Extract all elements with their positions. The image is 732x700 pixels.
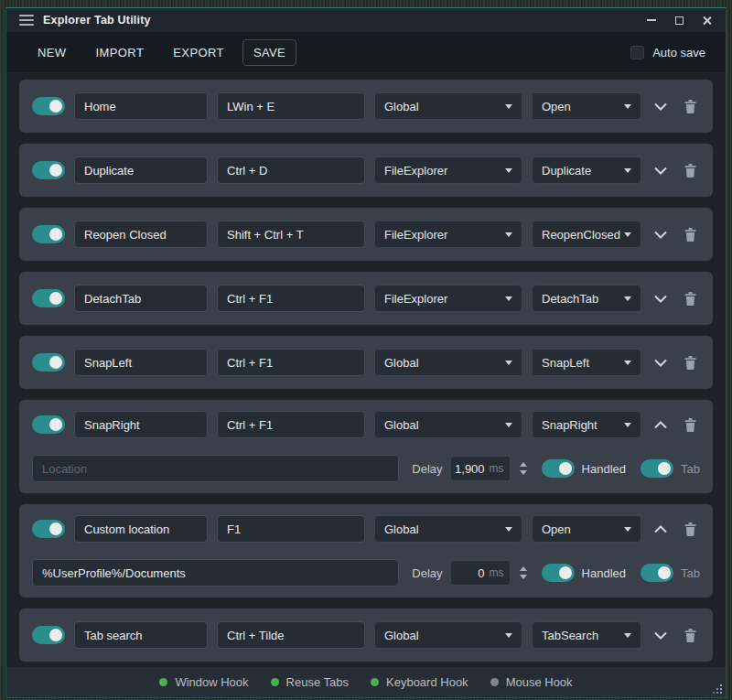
row-hotkey-input[interactable] xyxy=(217,221,365,248)
dropdown-caret-icon xyxy=(505,423,512,427)
resize-grip-icon[interactable] xyxy=(711,683,723,695)
toggle-knob-icon xyxy=(49,356,62,369)
row-name-input[interactable] xyxy=(74,285,208,312)
expand-row-button[interactable] xyxy=(651,223,671,245)
row-scope-dropdown[interactable]: Global xyxy=(374,411,522,438)
delete-row-button[interactable] xyxy=(680,223,700,245)
row-hotkey-input[interactable] xyxy=(217,349,365,376)
row-location-input[interactable] xyxy=(32,559,399,587)
chevron-down-icon xyxy=(654,231,667,239)
row-scope-dropdown[interactable]: Global xyxy=(374,621,522,649)
new-button[interactable]: NEW xyxy=(27,39,78,66)
expand-row-button[interactable] xyxy=(651,624,671,646)
row-action-dropdown[interactable]: DetachTab xyxy=(532,285,641,312)
row-enabled-toggle[interactable] xyxy=(32,289,65,307)
row-enabled-toggle[interactable] xyxy=(32,161,65,179)
trash-icon xyxy=(684,356,696,370)
delete-row-button[interactable] xyxy=(680,95,700,117)
window-controls xyxy=(641,12,716,28)
delete-row-button[interactable] xyxy=(680,518,700,540)
save-button[interactable]: SAVE xyxy=(242,39,296,66)
row-scope-dropdown[interactable]: Global xyxy=(374,92,522,120)
row-action-dropdown[interactable]: SnapRight xyxy=(532,411,641,438)
expand-row-button[interactable] xyxy=(651,351,671,373)
row-action-dropdown[interactable]: Duplicate xyxy=(532,156,641,184)
row-enabled-toggle[interactable] xyxy=(32,626,65,644)
scope-value: FileExplorer xyxy=(384,228,505,242)
expand-row-button[interactable] xyxy=(651,95,671,117)
row-enabled-toggle[interactable] xyxy=(32,97,65,115)
row-scope-dropdown[interactable]: Global xyxy=(374,349,522,376)
delete-row-button[interactable] xyxy=(680,414,700,436)
row-hotkey-input[interactable] xyxy=(217,92,365,120)
row-name-input[interactable] xyxy=(74,515,208,543)
spinner-up-icon[interactable] xyxy=(520,566,527,571)
autosave-checkbox[interactable] xyxy=(630,46,644,59)
row-name-input[interactable] xyxy=(74,221,208,248)
spinner-down-icon[interactable] xyxy=(520,575,527,579)
row-enabled-toggle[interactable] xyxy=(32,415,65,434)
dropdown-caret-icon xyxy=(505,361,512,365)
row-name-input[interactable] xyxy=(74,156,208,184)
delete-row-button[interactable] xyxy=(680,287,700,309)
tab-label: Tab xyxy=(681,462,700,476)
spinner-up-icon[interactable] xyxy=(520,462,527,467)
row-scope-dropdown[interactable]: FileExplorer xyxy=(374,156,522,184)
row-action-dropdown[interactable]: Open xyxy=(532,515,641,543)
tab-label: Tab xyxy=(681,566,700,580)
export-button[interactable]: EXPORT xyxy=(162,39,235,66)
tab-toggle[interactable] xyxy=(640,459,673,478)
row-action-dropdown[interactable]: TabSearch xyxy=(532,621,641,649)
row-hotkey-input[interactable] xyxy=(217,411,365,438)
close-button[interactable] xyxy=(696,12,716,28)
delay-input[interactable]: 1,900 ms xyxy=(450,456,511,481)
action-value: DetachTab xyxy=(542,292,624,306)
row-enabled-toggle[interactable] xyxy=(32,520,65,538)
row-name-input[interactable] xyxy=(74,349,208,376)
toggle-knob-icon xyxy=(49,164,62,177)
delay-input[interactable]: 0 ms xyxy=(450,560,511,586)
row-action-dropdown[interactable]: Open xyxy=(532,92,641,120)
collapse-row-button[interactable] xyxy=(651,518,671,540)
import-button[interactable]: IMPORT xyxy=(85,39,156,66)
close-icon xyxy=(702,16,712,26)
row-enabled-toggle[interactable] xyxy=(32,353,65,372)
row-hotkey-input[interactable] xyxy=(217,285,365,312)
minimize-button[interactable] xyxy=(641,12,662,28)
status-label: Mouse Hook xyxy=(506,675,573,689)
toggle-knob-icon xyxy=(49,629,62,641)
spinner-down-icon[interactable] xyxy=(520,470,527,475)
expand-row-button[interactable] xyxy=(651,287,671,309)
collapse-row-button[interactable] xyxy=(651,414,671,436)
delete-row-button[interactable] xyxy=(680,351,700,373)
maximize-button[interactable] xyxy=(669,12,689,28)
tab-toggle[interactable] xyxy=(640,564,673,582)
row-hotkey-input[interactable] xyxy=(217,621,365,649)
delete-row-button[interactable] xyxy=(680,624,700,646)
scope-value: FileExplorer xyxy=(384,164,505,178)
status-label: Reuse Tabs xyxy=(286,675,349,689)
delay-unit: ms xyxy=(490,462,504,475)
hamburger-menu-icon[interactable] xyxy=(19,15,34,26)
row-name-input[interactable] xyxy=(74,92,208,120)
row-action-dropdown[interactable]: SnapLeft xyxy=(532,349,641,376)
toggle-knob-icon xyxy=(658,566,671,579)
row-name-input[interactable] xyxy=(74,411,208,438)
delete-row-button[interactable] xyxy=(680,159,700,181)
row-hotkey-input[interactable] xyxy=(217,156,365,184)
toggle-knob-icon xyxy=(658,462,671,475)
dropdown-caret-icon xyxy=(505,296,512,301)
row-location-input[interactable] xyxy=(32,455,399,482)
status-reuse-tabs: Reuse Tabs xyxy=(271,675,349,689)
status-dot-icon xyxy=(159,678,167,686)
handled-toggle[interactable] xyxy=(542,564,575,582)
row-scope-dropdown[interactable]: Global xyxy=(374,515,522,543)
handled-toggle[interactable] xyxy=(542,459,575,478)
row-scope-dropdown[interactable]: FileExplorer xyxy=(374,285,522,312)
row-name-input[interactable] xyxy=(74,621,208,649)
expand-row-button[interactable] xyxy=(651,159,671,181)
row-scope-dropdown[interactable]: FileExplorer xyxy=(374,221,522,248)
row-enabled-toggle[interactable] xyxy=(32,225,65,243)
row-hotkey-input[interactable] xyxy=(217,515,365,543)
row-action-dropdown[interactable]: ReopenClosed xyxy=(532,221,641,248)
